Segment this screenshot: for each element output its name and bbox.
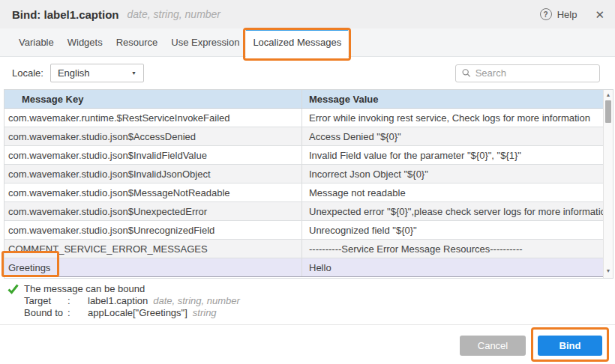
table-body: com.wavemaker.runtime.$RestServiceInvoke… (4, 109, 613, 277)
message-value-cell: Unrecognized field "${0}" (302, 221, 613, 239)
table-row[interactable]: com.wavemaker.studio.json$UnexpectedErro… (4, 202, 613, 221)
table-row[interactable]: com.wavemaker.studio.json$InvalidJsonObj… (4, 165, 613, 183)
bound-to-type: string (193, 307, 217, 318)
help-button[interactable]: ? Help (540, 8, 578, 20)
tab-bar: Variable Widgets Resource Use Expression… (0, 28, 615, 57)
message-value-cell: Access Denied "${0}" (302, 127, 613, 145)
locale-toolbar: Locale: English ▼ (0, 57, 615, 89)
message-key-cell: com.wavemaker.studio.json$AccessDenied (4, 127, 302, 145)
bind-button[interactable]: Bind (538, 336, 602, 356)
tab-localized-messages[interactable]: Localized Messages (246, 28, 348, 57)
help-label: Help (557, 9, 578, 20)
bind-status-panel: The message can be bound Target : label1… (0, 283, 615, 319)
table-header: Message Key Message Value (4, 90, 613, 109)
dialog-subtitle: date, string, number (128, 8, 221, 20)
search-icon (462, 68, 471, 78)
search-box[interactable] (455, 64, 600, 82)
table-row[interactable]: COMMENT_SERVICE_ERROR_MESSAGES----------… (4, 240, 613, 258)
message-value-cell: Hello (302, 258, 613, 276)
bind-dialog: Bind: label1.caption date, string, numbe… (0, 0, 615, 364)
message-key-cell: com.wavemaker.runtime.$RestServiceInvoke… (4, 109, 302, 127)
locale-select[interactable]: English ▼ (50, 64, 144, 82)
chevron-down-icon: ▼ (131, 70, 136, 76)
target-types: date, string, number (153, 295, 240, 306)
message-key-cell: com.wavemaker.studio.json$InvalidFieldVa… (4, 146, 302, 164)
status-message: The message can be bound (24, 283, 145, 294)
message-value-cell: Message not readable (302, 183, 613, 201)
message-key-cell: Greetings (4, 258, 302, 276)
close-icon[interactable]: ✕ (595, 9, 604, 20)
tab-use-expression[interactable]: Use Expression (164, 28, 246, 56)
tab-variable[interactable]: Variable (12, 28, 61, 56)
scroll-down-icon[interactable]: ▼ (604, 267, 613, 276)
scrollbar-thumb[interactable] (605, 100, 611, 123)
table-row[interactable]: com.wavemaker.studio.json$InvalidFieldVa… (4, 146, 613, 165)
message-key-cell: com.wavemaker.studio.json$MessageNotRead… (4, 183, 302, 201)
table-row[interactable]: com.wavemaker.runtime.$RestServiceInvoke… (4, 109, 613, 127)
check-icon (8, 284, 24, 294)
locale-label: Locale: (12, 67, 44, 79)
bound-to-value: appLocale["Greetings"] (88, 307, 188, 318)
table-row[interactable]: GreetingsHello (4, 258, 613, 277)
messages-table: Message Key Message Value com.wavemaker.… (4, 89, 614, 279)
message-value-cell: Error while invoking rest service, Check… (302, 109, 613, 127)
search-input[interactable] (476, 67, 593, 79)
scroll-up-icon[interactable]: ▲ (604, 91, 613, 100)
message-key-cell: com.wavemaker.studio.json$UnrecognizedFi… (4, 221, 302, 239)
message-value-cell: ----------Service Error Message Resource… (302, 240, 613, 258)
message-key-cell: com.wavemaker.studio.json$InvalidJsonObj… (4, 165, 302, 183)
cancel-button[interactable]: Cancel (460, 336, 526, 356)
column-header-message-value: Message Value (302, 90, 613, 108)
message-key-cell: COMMENT_SERVICE_ERROR_MESSAGES (4, 240, 302, 258)
target-label: Target (24, 295, 68, 306)
footer-divider (0, 324, 615, 325)
tab-widgets[interactable]: Widgets (61, 28, 110, 56)
column-header-message-key: Message Key (4, 90, 302, 108)
bound-to-label: Bound to (24, 307, 68, 318)
locale-selected-value: English (58, 67, 90, 79)
dialog-title: Bind: label1.caption (12, 8, 119, 21)
target-value: label1.caption (88, 295, 148, 306)
dialog-header: Bind: label1.caption date, string, numbe… (0, 0, 615, 28)
table-row[interactable]: com.wavemaker.studio.json$UnrecognizedFi… (4, 221, 613, 240)
table-row[interactable]: com.wavemaker.studio.json$AccessDeniedAc… (4, 127, 613, 146)
message-value-cell: Invalid Field value for the parameter "$… (302, 146, 613, 164)
active-tab-indicator (246, 28, 348, 31)
tab-resource[interactable]: Resource (110, 28, 165, 56)
message-value-cell: Unexpected error "${0}",please check ser… (302, 202, 613, 220)
help-icon: ? (540, 8, 552, 20)
table-scrollbar[interactable]: ▲ ▼ (603, 90, 613, 278)
table-row[interactable]: com.wavemaker.studio.json$MessageNotRead… (4, 183, 613, 202)
message-value-cell: Incorrect Json Object "${0}" (302, 165, 613, 183)
message-key-cell: com.wavemaker.studio.json$UnexpectedErro… (4, 202, 302, 220)
